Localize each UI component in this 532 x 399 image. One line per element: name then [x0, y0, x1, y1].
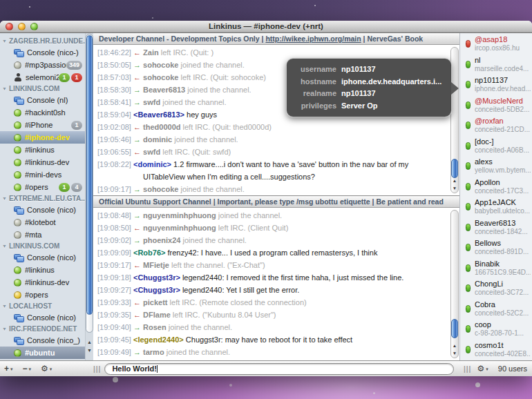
- nickname[interactable]: swfd: [143, 148, 162, 156]
- pane-scrollbar-thumb[interactable]: [451, 159, 458, 178]
- nickname[interactable]: Rosen: [143, 323, 169, 331]
- drag-handle-icon[interactable]: |||: [93, 365, 101, 373]
- sidebar-scrollbar-thumb[interactable]: [86, 35, 93, 315]
- sidebar-group-header-extreme-nl-eu-gta[interactable]: ▼EXTREME.NL.EU.GTA...: [0, 193, 85, 204]
- user-list-item-alexs[interactable]: alexsyellow.vm.bytem...: [460, 155, 532, 176]
- nickname[interactable]: dominic: [143, 135, 174, 144]
- sidebar-group-header-linkinus-com[interactable]: ▼LINKINUS.COM: [0, 241, 85, 251]
- sidebar-item-linkinus[interactable]: #linkinus: [0, 264, 85, 276]
- topic-bar: Developer Channel - Development Topics O…: [93, 33, 459, 45]
- event-text: joined the channel.: [183, 236, 247, 244]
- wallpaper-star: [314, 5, 316, 6]
- user-list-item-doc[interactable]: [doc-]conceited-A06B...: [460, 135, 532, 156]
- nickname[interactable]: tarmo: [143, 348, 167, 356]
- chat-message: [19:09:35] ← DFlame left IRC. ("Kubuntu …: [93, 309, 459, 321]
- nickname[interactable]: nguyenminhphuong: [143, 224, 218, 232]
- sidebar-scrollbar[interactable]: ▲ ▼: [85, 33, 93, 360]
- user-list-item-musclenerd[interactable]: @MuscleNerdconceited-5DB2...: [460, 95, 532, 115]
- nickname[interactable]: <Rob76>: [133, 249, 165, 257]
- nickname[interactable]: phoenix24: [143, 236, 182, 244]
- topic-text: Official Ubuntu Support Channel: [99, 197, 211, 206]
- userlist-action-menu-button[interactable]: ⚙▾: [477, 364, 488, 373]
- sidebar-action-menu-button[interactable]: ⚙▾: [41, 364, 52, 373]
- nickname[interactable]: sohocoke: [143, 61, 180, 69]
- sidebar-item-mini-devs[interactable]: #mini-devs: [0, 168, 85, 181]
- sidebar-scroll-up-icon[interactable]: ▲: [86, 338, 93, 347]
- close-button[interactable]: [6, 23, 13, 30]
- user-list-item-nl[interactable]: nlmarseille.code4...: [460, 54, 532, 75]
- sidebar-item-console-nico[interactable]: Console (nico): [0, 251, 85, 264]
- user-list-item-cobra[interactable]: Cobraconceited-52C2...: [460, 298, 532, 319]
- user-list-item-bellows[interactable]: Bellowsconceited-891D...: [460, 237, 532, 257]
- sidebar-item-iphone-dev[interactable]: #iphone-dev: [0, 131, 85, 144]
- user-list-item-chongli[interactable]: ChongLiconceited-3C72...: [460, 278, 532, 298]
- sidebar-scrollbar-track[interactable]: [86, 34, 93, 333]
- topic-link[interactable]: http://wikee.iphwn.org/main: [265, 35, 361, 43]
- sidebar-group-header-irc-freenode-net[interactable]: ▼IRC.FREENODE.NET: [0, 324, 85, 334]
- sidebar-item-console-nl[interactable]: Console (nl): [0, 94, 85, 106]
- nickname[interactable]: sohocoke: [143, 185, 180, 193]
- nickname[interactable]: <Beaver6813>: [133, 110, 184, 119]
- sidebar-item-console-nico[interactable]: Console (nico-): [0, 46, 85, 59]
- zoom-button[interactable]: [30, 23, 38, 30]
- sidebar-item-hackint0sh[interactable]: #hackint0sh: [0, 106, 85, 119]
- add-connection-button[interactable]: +▾: [4, 364, 13, 373]
- sidebar-item-klotebot[interactable]: #klotebot: [0, 216, 85, 228]
- drag-handle-icon[interactable]: |||: [464, 365, 471, 373]
- scroll-up-icon[interactable]: ▲: [450, 342, 459, 349]
- timestamp: [19:08:48]: [97, 211, 133, 220]
- user-list-item-np101137[interactable]: np101137iphone.dev.head...: [460, 74, 532, 95]
- sidebar-item-iphone[interactable]: #iPhone1: [0, 119, 85, 131]
- nickname[interactable]: Zain: [143, 48, 161, 57]
- nickname[interactable]: pickett: [143, 298, 170, 306]
- sidebar-item-linkinus-dev[interactable]: #linkinus-dev: [0, 156, 85, 168]
- sidebar-item-ubuntu[interactable]: #ubuntu: [0, 347, 85, 359]
- sidebar-item-linkinus[interactable]: #linkinus: [0, 144, 85, 156]
- nickname[interactable]: <Chuggst3r>: [133, 273, 180, 282]
- nickname[interactable]: sohocoke: [143, 73, 180, 81]
- timestamp: [19:09:18]: [97, 273, 133, 282]
- nickname[interactable]: MFietje: [143, 261, 171, 269]
- nickname[interactable]: <Chuggst3r>: [133, 286, 180, 294]
- sidebar-item-console-nico[interactable]: Console (nico): [0, 204, 85, 216]
- user-list-item-apollon[interactable]: Apollonconceited-17C3...: [460, 176, 532, 197]
- scroll-down-icon[interactable]: ▼: [450, 349, 459, 357]
- sidebar-item-selemoni2[interactable]: selemoni211: [0, 71, 85, 84]
- sidebar-item-mp3passion[interactable]: #mp3passion349: [0, 59, 85, 71]
- nickname[interactable]: thed0000d: [143, 123, 182, 131]
- nickname[interactable]: DFlame: [143, 311, 173, 319]
- user-hostname: iphone.dev.head...: [475, 85, 531, 93]
- nickname[interactable]: <dominic>: [133, 160, 171, 168]
- pane-scrollbar-thumb[interactable]: [451, 319, 458, 338]
- remove-connection-button[interactable]: −▾: [23, 364, 32, 373]
- sidebar-scroll-down-icon[interactable]: ▼: [86, 347, 93, 355]
- message-input[interactable]: Hello World!: [104, 363, 454, 375]
- sidebar-item-console-nico[interactable]: Console (nico_): [0, 334, 85, 347]
- user-list-item-coop[interactable]: coopc-98-208-70-1...: [460, 318, 532, 339]
- user-list-item-cosmo1t[interactable]: cosmo1tconceited-402E8...: [460, 339, 532, 360]
- sidebar-item-console-nico[interactable]: Console (nico): [0, 311, 85, 324]
- sidebar-item-opers[interactable]: #opers: [0, 289, 85, 301]
- nickname[interactable]: nguyenminhphuong: [143, 211, 218, 220]
- nickname[interactable]: Beaver6813: [143, 86, 187, 94]
- window-titlebar[interactable]: Linkinus — #iphone-dev (+nrt): [0, 21, 532, 33]
- sidebar-group-header-localhost[interactable]: ▼LOCALHOST: [0, 301, 85, 311]
- scroll-up-icon[interactable]: ▲: [450, 177, 459, 184]
- user-list-item-roxfan[interactable]: @roxfanconceited-21CD...: [460, 115, 532, 135]
- sidebar-group-header-zagreb-hr-eu-unde[interactable]: ▼ZAGREB.HR.EU.UNDE...: [0, 36, 85, 46]
- sidebar-item-opers[interactable]: #opers14: [0, 181, 85, 193]
- sidebar-item-mta[interactable]: #mta: [0, 228, 85, 241]
- user-list-item-binabik[interactable]: Binabik166751C9.9E4D...: [460, 257, 532, 278]
- nickname[interactable]: <legend2440>: [133, 335, 184, 344]
- user-list-item-app1ejack[interactable]: App1eJACKbabybell.uktelco...: [460, 196, 532, 217]
- scroll-down-icon[interactable]: ▼: [450, 184, 459, 192]
- user-list-item-asap18[interactable]: @asap18ircop.osx86.hu: [460, 33, 532, 54]
- chat-message: [19:09:27] <Chuggst3r> legend2440: Yet I…: [93, 284, 459, 296]
- user-list-item-beaver6813[interactable]: Beaver6813conceited-1842...: [460, 217, 532, 237]
- sidebar-item-linkinus-dev[interactable]: #linkinus-dev: [0, 276, 85, 289]
- timestamp: [18:46:22]: [97, 48, 133, 57]
- user-text: [doc-]conceited-A06B...: [475, 137, 529, 156]
- nickname[interactable]: swfd: [143, 98, 162, 106]
- sidebar-group-header-linkinus-com[interactable]: ▼LINKINUS.COM: [0, 84, 85, 94]
- minimize-button[interactable]: [18, 23, 26, 30]
